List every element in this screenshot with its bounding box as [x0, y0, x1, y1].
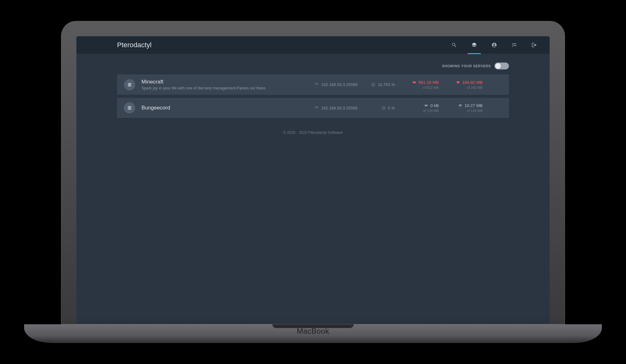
server-card[interactable]: MinecraftSpark joy in your life with one… — [117, 74, 509, 95]
layers-icon — [471, 42, 477, 48]
cpu-value: 0 % — [388, 106, 395, 110]
laptop-frame: Pterodactyl — [61, 21, 565, 343]
disk-value: 10.27 MB — [464, 103, 483, 108]
memory-value: 561.19 MB — [418, 80, 439, 85]
logout-button[interactable] — [531, 36, 537, 54]
server-address: 192.168.50.3:25566 — [304, 106, 357, 110]
laptop-base: MacBook — [24, 324, 602, 343]
server-address: 192.168.50.3:25569 — [304, 82, 357, 87]
ip-value: 192.168.50.3:25569 — [321, 82, 357, 87]
server-filter-row: SHOWING YOUR SERVERS — [117, 63, 509, 69]
disk-limit: of 200 MB — [445, 86, 483, 89]
server-disk: 10.27 MBof 128 MB — [445, 103, 483, 113]
disk-limit: of 128 MB — [445, 109, 483, 113]
sliders-icon — [511, 42, 517, 48]
topbar: Pterodactyl — [76, 36, 550, 54]
server-memory: 561.19 MBof 512 MB — [401, 80, 439, 89]
laptop-logo: MacBook — [297, 327, 329, 336]
cpu-value: 10.753 % — [378, 82, 395, 87]
toggle-label: SHOWING YOUR SERVERS — [442, 64, 491, 68]
server-card[interactable]: Bungeecord192.168.50.3:255660 %0 kBof 12… — [117, 98, 509, 118]
app-screen: Pterodactyl — [76, 36, 550, 324]
brand-title: Pterodactyl — [117, 41, 151, 49]
disk-value: 184.92 MB — [462, 80, 483, 85]
memory-limit: of 512 MB — [401, 86, 439, 89]
your-servers-toggle[interactable] — [495, 63, 509, 69]
top-nav — [451, 36, 537, 54]
admin-nav-button[interactable] — [511, 36, 517, 54]
ip-value: 192.168.50.3:25566 — [321, 106, 357, 110]
server-title-block: MinecraftSpark joy in your life with one… — [141, 79, 298, 90]
server-list: MinecraftSpark joy in your life with one… — [117, 74, 509, 118]
server-name: Bungeecord — [141, 105, 298, 111]
screen-bezel: Pterodactyl — [61, 21, 565, 324]
footer-copyright: © 2015 - 2020 Pterodactyl Software — [117, 130, 509, 135]
servers-nav-button[interactable] — [471, 36, 477, 54]
search-button[interactable] — [451, 36, 457, 54]
server-disk: 184.92 MBof 200 MB — [445, 80, 483, 89]
server-name: Minecraft — [141, 79, 298, 85]
server-cpu: 0 % — [364, 106, 395, 110]
memory-value: 0 kB — [430, 103, 439, 108]
content-area: SHOWING YOUR SERVERS MinecraftSpark joy … — [76, 54, 550, 324]
server-cpu: 10.753 % — [364, 82, 395, 87]
account-nav-button[interactable] — [491, 36, 497, 54]
server-icon — [124, 102, 135, 114]
server-icon — [124, 79, 135, 90]
logout-icon — [531, 42, 537, 48]
server-description: Spark joy in your life with one of the b… — [141, 86, 298, 90]
server-title-block: Bungeecord — [141, 105, 298, 111]
memory-limit: of 128 MB — [401, 109, 439, 113]
server-memory: 0 kBof 128 MB — [401, 103, 439, 113]
search-icon — [451, 42, 457, 48]
user-circle-icon — [491, 42, 497, 48]
